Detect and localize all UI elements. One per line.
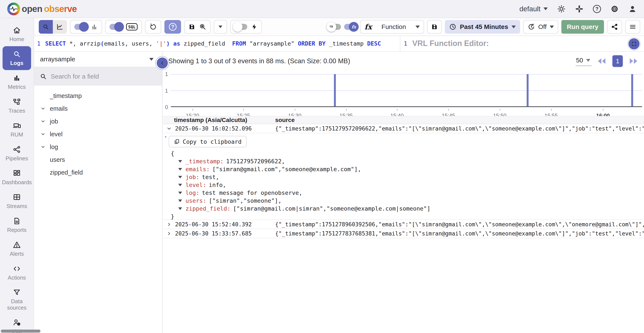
first-page-icon[interactable] (597, 58, 606, 65)
traces-schema-icon (13, 98, 21, 106)
chevron-down-icon (416, 26, 420, 28)
field-item-emails[interactable]: emails (34, 102, 162, 115)
save-function-button[interactable] (427, 20, 442, 34)
chevron-down-icon (550, 26, 554, 28)
page-size-select[interactable]: 50 (576, 56, 592, 66)
sidebar-item-actions[interactable]: Actions (0, 261, 34, 285)
sidebar-item-alerts[interactable]: Alerts (0, 237, 34, 261)
chevron-down-icon (544, 8, 548, 10)
fullscreen-button[interactable] (628, 38, 640, 50)
saved-search-list-icon[interactable] (199, 23, 206, 30)
sql-editor[interactable]: 1 SELECT *, arrzip(emails, users, '|') a… (34, 36, 400, 51)
saved-search-dropdown[interactable] (214, 20, 227, 34)
copy-icon (174, 138, 180, 144)
search-mode-button[interactable] (39, 20, 53, 34)
chevron-down-icon (40, 144, 46, 150)
chevron-down-icon (512, 26, 516, 28)
table-row[interactable]: 2025-06-30 15:52:40.392 {"_timestamp":17… (163, 220, 644, 229)
field-item-level[interactable]: level (34, 128, 162, 140)
field-item-users[interactable]: users (34, 153, 162, 166)
sidebar-item-streams[interactable]: Streams (0, 189, 34, 213)
current-page-button[interactable]: 1 (612, 55, 623, 67)
field-item-log[interactable]: log (34, 140, 162, 153)
triangle-down-icon[interactable] (178, 200, 182, 202)
x-tick-mark (295, 109, 295, 111)
help-query-button[interactable]: ? (164, 20, 181, 34)
slack-icon[interactable] (575, 5, 584, 13)
histogram-bar (527, 74, 528, 106)
chevron-down-icon (586, 59, 590, 62)
sidebar-item-rum[interactable]: RUM (0, 118, 34, 142)
sidebar-item-logs[interactable]: Logs (2, 46, 31, 70)
expanded-row-detail: Copy to clipboard { _timestamp:175127957… (163, 133, 644, 220)
sidebar-item-metrics[interactable]: Metrics (0, 70, 34, 94)
metrics-bars-icon (13, 74, 21, 82)
expanded-marker (165, 136, 166, 138)
sql-icon: SQL (126, 23, 138, 30)
theme-toggle-icon[interactable] (557, 5, 566, 13)
vrl-editor-placeholder: VRL Function Editor: (412, 39, 489, 48)
function-dropdown[interactable]: fx Function (360, 20, 424, 34)
query-editor-row: 1 SELECT *, arrzip(emails, users, '|') a… (34, 36, 644, 52)
sidebar-item-traces[interactable]: Traces (0, 94, 34, 118)
org-selector[interactable]: default (520, 5, 548, 13)
histogram-toggle[interactable] (74, 24, 87, 30)
x-tick-mark (192, 109, 193, 111)
table-row[interactable]: 2025-06-30 15:33:57.685 {"_timestamp":17… (163, 229, 644, 238)
field-item-zipped-field[interactable]: zipped_field (34, 166, 162, 179)
triangle-down-icon[interactable] (178, 208, 182, 210)
save-search-icon[interactable] (188, 24, 195, 30)
more-menu-button[interactable] (625, 20, 640, 34)
sidebar-item-reports[interactable]: Reports (0, 213, 34, 237)
field-item-job[interactable]: job (34, 115, 162, 128)
function-toggle[interactable]: fx (344, 24, 357, 30)
copy-to-clipboard-button[interactable]: Copy to clipboard (169, 136, 246, 147)
collapse-fields-button[interactable] (156, 57, 169, 70)
share-button[interactable] (607, 20, 622, 34)
table-row[interactable]: 2025-06-30 16:02:52.096 {"_timestamp":17… (163, 124, 644, 133)
wrap-lines-toggle[interactable] (328, 24, 341, 30)
funnel-icon (13, 288, 21, 296)
vrl-function-editor[interactable]: 1 VRL Function Editor: (400, 36, 644, 51)
triangle-down-icon[interactable] (178, 160, 182, 163)
x-tick-mark (500, 109, 500, 111)
sidebar-item-dashboards[interactable]: Dashboards (0, 166, 34, 189)
sidebar-item-home[interactable]: Home (0, 22, 34, 46)
triangle-down-icon[interactable] (178, 192, 182, 194)
quick-query-toggle[interactable] (234, 24, 247, 30)
y-axis: 110 (164, 74, 170, 107)
field-search-input[interactable] (51, 73, 156, 80)
fx-icon: fx (364, 22, 372, 31)
y-tick-label: 0 (165, 104, 169, 110)
histogram-chart[interactable]: 110 15:2015:2515:3015:3515:4015:4515:501… (163, 70, 644, 122)
stream-selector[interactable]: arraysample (34, 52, 162, 67)
time-range-picker[interactable]: Past 45 Minutes (445, 20, 520, 34)
save-icon (431, 24, 438, 30)
triangle-down-icon[interactable] (178, 176, 182, 178)
triangle-down-icon[interactable] (178, 184, 182, 186)
sql-mode-toggle[interactable] (110, 24, 122, 30)
run-query-button[interactable]: Run query (561, 20, 604, 34)
triangle-down-icon[interactable] (178, 168, 182, 170)
dashboards-grid-icon (13, 169, 21, 177)
last-page-icon[interactable] (629, 58, 638, 65)
field-item-timestamp[interactable]: _timestamp (34, 90, 162, 102)
chart-mode-button[interactable] (53, 20, 67, 34)
auto-refresh-dropdown[interactable]: Off (523, 20, 558, 34)
y-tick-label: 1 (165, 71, 169, 77)
sidebar-item-data-sources[interactable]: Data sources (0, 285, 34, 314)
vrl-line-number: 1 (404, 40, 407, 47)
chevron-down-icon (166, 126, 172, 131)
sidebar-item-pipelines[interactable]: Pipelines (0, 142, 34, 166)
rum-devices-icon (13, 122, 21, 130)
settings-gear-icon[interactable] (610, 5, 619, 13)
brand-observe: observe (44, 4, 77, 14)
help-icon[interactable]: ? (593, 5, 601, 13)
profile-icon[interactable] (628, 5, 637, 13)
share-icon (611, 23, 618, 30)
horizontal-scrollbar-thumb[interactable] (1, 330, 40, 332)
reset-query-button[interactable] (145, 20, 161, 34)
log-table: timestamp (Asia/Calcutta) source 2025-06… (163, 116, 644, 238)
brand-open: open (22, 4, 42, 14)
line-chart-icon (56, 23, 64, 30)
